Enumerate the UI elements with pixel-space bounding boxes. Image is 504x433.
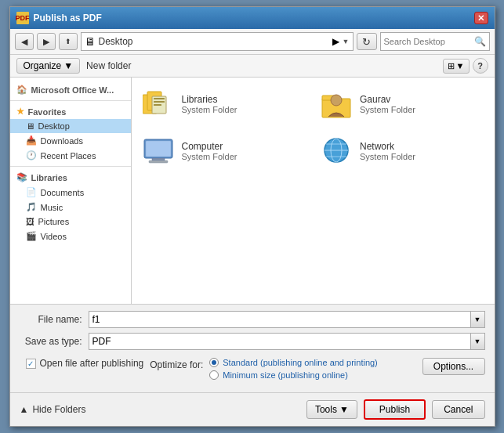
filename-row: File name: ▼ (20, 311, 485, 328)
dialog-title: Publish as PDF (34, 13, 102, 23)
refresh-button[interactable]: ↻ (357, 33, 377, 50)
hide-folders-button[interactable]: ▲ Hide Folders (20, 404, 86, 415)
minimum-label: Minimum size (publishing online) (223, 370, 348, 380)
search-box[interactable]: 🔍 (380, 32, 490, 51)
sidebar-item-downloads[interactable]: 📥 Downloads (10, 133, 131, 148)
sidebar-item-pictures[interactable]: 🖼 Pictures (10, 215, 131, 229)
close-button[interactable]: ✕ (474, 12, 488, 24)
sidebar-section-libraries: 📚 Libraries 📄 Documents 🎵 Music 🖼 Pictur… (10, 170, 131, 244)
view-button[interactable]: ⊞ ▼ (443, 59, 470, 74)
documents-label: Documents (41, 188, 85, 197)
file-item-computer[interactable]: Computer System Folder (140, 132, 309, 170)
music-icon: 🎵 (26, 202, 37, 212)
view-icon: ⊞ (448, 61, 455, 71)
documents-icon: 📄 (26, 187, 37, 197)
standard-radio[interactable] (209, 358, 219, 367)
desktop-icon: 🖥 (26, 121, 34, 131)
radio-options: Standard (publishing online and printing… (209, 358, 378, 380)
options-section: ✓ Open file after publishing Optimize fo… (20, 355, 485, 383)
hide-folders-label: Hide Folders (32, 404, 85, 415)
address-dropdown-icon[interactable]: ▼ (343, 38, 350, 45)
forward-button[interactable]: ▶ (37, 33, 56, 50)
favorites-star-icon: ★ (16, 106, 24, 117)
optimize-label: Optimize for: (150, 358, 203, 370)
gaurav-file-type: System Folder (360, 105, 415, 114)
filename-input[interactable] (89, 311, 471, 328)
sidebar-section-favorites: ★ Favorites 🖥 Desktop 📥 Downloads 🕐 Rece… (10, 104, 131, 163)
svg-rect-5 (154, 104, 161, 106)
pictures-label: Pictures (38, 217, 70, 226)
publish-button[interactable]: Publish (364, 399, 426, 420)
filename-input-wrapper: ▼ (89, 311, 485, 328)
view-dropdown-icon: ▼ (456, 61, 465, 70)
sidebar-section-office: 🏠 Microsoft Office W... (10, 82, 131, 97)
new-folder-button[interactable]: New folder (86, 60, 131, 71)
sidebar-item-music[interactable]: 🎵 Music (10, 200, 131, 215)
publish-pdf-dialog: PDF Publish as PDF ✕ ◀ ▶ ⬆ 🖥 Desktop ▶ ▼… (9, 6, 495, 427)
sidebar-item-office[interactable]: 🏠 Microsoft Office W... (10, 82, 131, 97)
sidebar: 🏠 Microsoft Office W... ★ Favorites 🖥 De… (10, 78, 132, 304)
minimum-radio[interactable] (209, 370, 219, 380)
standard-radio-row[interactable]: Standard (publishing online and printing… (209, 358, 378, 367)
libraries-file-info: Libraries System Folder (182, 94, 237, 114)
open-file-checkbox[interactable]: ✓ (26, 359, 36, 369)
address-bar[interactable]: 🖥 Desktop ▶ ▼ (81, 32, 354, 51)
savetype-row: Save as type: ▼ (20, 333, 485, 350)
office-label: Microsoft Office W... (31, 85, 114, 95)
pictures-icon: 🖼 (26, 217, 34, 226)
main-content: 🏠 Microsoft Office W... ★ Favorites 🖥 De… (10, 78, 495, 305)
sidebar-item-videos[interactable]: 🎬 Videos (10, 229, 131, 244)
hide-folders-icon: ▲ (20, 404, 29, 415)
savetype-input[interactable] (89, 333, 471, 350)
address-arrow-icon: ▶ (332, 36, 339, 47)
downloads-label: Downloads (41, 136, 83, 146)
file-item-network[interactable]: Network System Folder (317, 132, 487, 170)
title-bar: PDF Publish as PDF ✕ (10, 7, 495, 29)
office-icon: 🏠 (16, 85, 27, 95)
tools-button[interactable]: Tools ▼ (306, 400, 357, 419)
sidebar-favorites-header[interactable]: ★ Favorites (10, 104, 131, 119)
computer-file-type: System Folder (182, 152, 237, 161)
open-file-label: Open file after publishing (40, 358, 144, 369)
sidebar-item-documents[interactable]: 📄 Documents (10, 185, 131, 200)
file-item-gaurav[interactable]: Gaurav System Folder (317, 85, 487, 123)
search-icon[interactable]: 🔍 (474, 36, 486, 47)
search-input[interactable] (384, 37, 471, 46)
sidebar-item-recent-places[interactable]: 🕐 Recent Places (10, 148, 131, 163)
gaurav-file-name: Gaurav (360, 94, 415, 105)
left-options: ✓ Open file after publishing (20, 358, 144, 369)
organize-button[interactable]: Organize ▼ (16, 58, 81, 74)
help-button[interactable]: ? (473, 58, 488, 74)
svg-rect-3 (154, 98, 165, 99)
libraries-file-name: Libraries (182, 94, 237, 105)
savetype-label: Save as type: (20, 336, 82, 347)
network-file-info: Network System Folder (360, 141, 415, 161)
network-file-type: System Folder (360, 152, 415, 161)
tools-label: Tools (315, 404, 337, 415)
address-folder-icon: 🖥 (85, 35, 96, 48)
cancel-button[interactable]: Cancel (432, 400, 484, 419)
back-button[interactable]: ◀ (15, 33, 34, 50)
savetype-dropdown-arrow[interactable]: ▼ (471, 333, 485, 350)
options-button[interactable]: Options... (422, 358, 485, 375)
file-area: Libraries System Folder Gaurav System (132, 78, 495, 304)
libraries-icon: 📚 (16, 172, 27, 182)
options-row: Options... (422, 358, 485, 375)
svg-rect-12 (149, 161, 168, 163)
gaurav-file-info: Gaurav System Folder (360, 94, 415, 114)
filename-label: File name: (20, 314, 82, 325)
optimize-section: Optimize for: Standard (publishing onlin… (150, 358, 415, 380)
libraries-file-type: System Folder (182, 105, 237, 114)
up-button[interactable]: ⬆ (59, 33, 78, 50)
filename-dropdown-arrow[interactable]: ▼ (471, 311, 485, 328)
organize-dropdown-icon: ▼ (63, 60, 73, 71)
minimum-radio-row[interactable]: Minimum size (publishing online) (209, 370, 378, 380)
file-item-libraries[interactable]: Libraries System Folder (140, 85, 309, 123)
footer-right: Tools ▼ Publish Cancel (306, 399, 485, 420)
bottom-section: File name: ▼ Save as type: ▼ ✓ Open file… (10, 305, 495, 392)
computer-file-info: Computer System Folder (182, 141, 237, 161)
network-file-name: Network (360, 141, 415, 152)
sidebar-item-desktop[interactable]: 🖥 Desktop (10, 119, 131, 133)
footer: ▲ Hide Folders Tools ▼ Publish Cancel (10, 392, 495, 426)
sidebar-libraries-header[interactable]: 📚 Libraries (10, 170, 131, 185)
